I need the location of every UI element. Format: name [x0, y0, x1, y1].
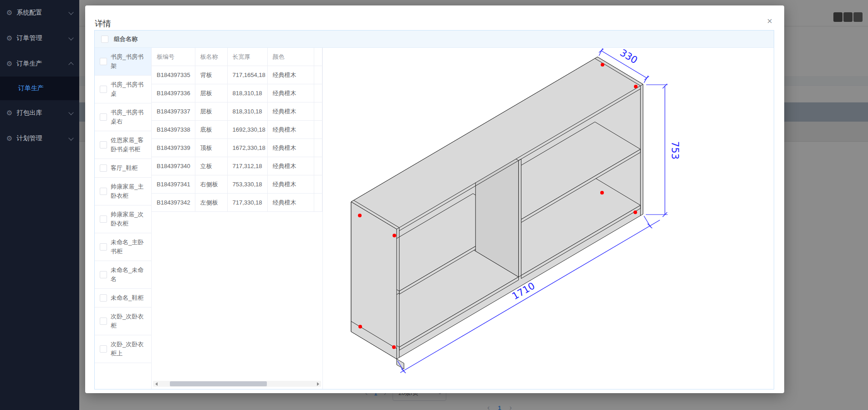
list-item[interactable]: 佐恩家居_客卧书桌书柜 [95, 131, 151, 159]
chevron-down-icon [68, 135, 73, 140]
list-item[interactable]: 书房_书房书桌右 [95, 103, 151, 131]
sidebar-item-label: 订单生产 [16, 60, 69, 68]
dot [633, 210, 637, 214]
sidebar-subitem-order-production-active[interactable]: 订单生产 [0, 77, 79, 100]
row-checkbox[interactable] [100, 243, 107, 251]
list-item[interactable]: 次卧_次卧衣柜上 [95, 335, 151, 363]
list-item[interactable]: 次卧_次卧衣柜 [95, 308, 151, 335]
list-item[interactable]: 未命名_主卧书柜 [95, 233, 151, 261]
combo-label: 书房_书房书架 [111, 52, 148, 71]
dot [600, 191, 604, 195]
list-item[interactable]: 未命名_未命名 [95, 261, 151, 289]
cabinet-body [351, 57, 643, 369]
dim-height-label: 753 [669, 141, 680, 159]
gear-icon: ⚙ [6, 109, 12, 117]
table-header-row: 板编号 板名称 长宽厚 颜色 [152, 48, 322, 66]
chevron-up-icon [68, 62, 73, 67]
table-row[interactable]: B184397341右侧板753,330,18经典檀木 [152, 175, 322, 194]
page-content-background: ‹ 1 › 20条/页 ‹ 1 › 详情 × ‹ 1 › 10条/页 组合名称 [79, 0, 868, 410]
sidebar: ⚙ 系统配置 ⚙ 订单管理 ⚙ 订单生产 订单生产 ⚙ 打包出库 ⚙ 计划管理 [0, 0, 79, 410]
dot [601, 63, 604, 67]
list-item[interactable]: 书房_书房书架 [95, 48, 151, 76]
panel-toolbar: 组合名称 [95, 31, 774, 48]
row-checkbox[interactable] [100, 86, 107, 93]
table-row[interactable]: B184397335背板717,1654,18经典檀木 [152, 66, 322, 84]
combo-label: 书房_书房书桌 [111, 80, 148, 98]
chevron-down-icon [68, 10, 73, 15]
combo-label: 次卧_次卧衣柜 [111, 312, 148, 330]
combo-label: 次卧_次卧衣柜上 [111, 340, 148, 358]
chevron-down-icon [68, 110, 73, 115]
combo-label: 未命名_主卧书柜 [111, 238, 148, 256]
row-checkbox[interactable] [100, 113, 107, 121]
combo-label: 未命名_未命名 [111, 266, 148, 284]
table-row[interactable]: B184397340立板717,312,18经典檀木 [152, 157, 322, 175]
gear-icon: ⚙ [6, 9, 12, 17]
sidebar-item-system-config[interactable]: ⚙ 系统配置 [0, 0, 79, 26]
column-header: 板编号 [152, 48, 195, 66]
board-table: 板编号 板名称 长宽厚 颜色 B184397335背板717,1654,18经典… [152, 48, 322, 212]
combo-label: 帅康家居_次卧衣柜 [111, 210, 148, 228]
row-checkbox[interactable] [100, 345, 107, 353]
list-item[interactable]: 客厅_鞋柜 [95, 159, 151, 178]
row-checkbox[interactable] [100, 164, 107, 172]
column-header-clipped [314, 48, 322, 66]
scroll-right-button[interactable] [315, 381, 321, 387]
combo-label: 帅康家居_主卧衣柜 [111, 182, 148, 200]
sidebar-item-label: 订单管理 [16, 34, 69, 42]
row-checkbox[interactable] [100, 188, 107, 195]
row-checkbox[interactable] [100, 215, 107, 223]
combo-label: 客厅_鞋柜 [111, 164, 138, 173]
sidebar-item-label: 打包出库 [16, 109, 69, 117]
details-modal: 详情 × ‹ 1 › 10条/页 组合名称 书房_书房书架 书房_书房书桌 书房… [85, 5, 784, 393]
dot [392, 345, 396, 349]
row-checkbox[interactable] [100, 141, 107, 149]
combo-label: 佐恩家居_客卧书桌书柜 [111, 136, 148, 154]
dot [358, 325, 362, 328]
horizontal-scrollbar[interactable] [153, 381, 321, 387]
combo-label: 书房_书房书桌右 [111, 108, 148, 126]
sidebar-subitem-label: 订单生产 [18, 84, 44, 92]
select-all-checkbox[interactable] [101, 36, 108, 43]
combo-label: 未命名_鞋柜 [111, 293, 143, 302]
table-row[interactable]: B184397336层板818,310,18经典檀木 [152, 84, 322, 102]
list-item[interactable]: 未命名_鞋柜 [95, 289, 151, 308]
table-row[interactable]: B184397342左侧板717,330,18经典檀木 [152, 194, 322, 212]
sidebar-item-label: 计划管理 [16, 134, 69, 143]
chevron-down-icon [68, 35, 73, 40]
dim-depth-label: 330 [618, 48, 639, 66]
details-panel: 组合名称 书房_书房书架 书房_书房书桌 书房_书房书桌右 佐恩家居_客卧书桌书… [94, 30, 774, 390]
sidebar-item-order-management[interactable]: ⚙ 订单管理 [0, 26, 79, 51]
modal-title: 详情 [95, 18, 111, 29]
table-row[interactable]: B184397339顶板1672,330,18经典檀木 [152, 139, 322, 157]
row-checkbox[interactable] [100, 271, 107, 278]
sidebar-item-packing-shipping[interactable]: ⚙ 打包出库 [0, 100, 79, 126]
board-table-container: 板编号 板名称 长宽厚 颜色 B184397335背板717,1654,18经典… [152, 48, 323, 389]
row-checkbox[interactable] [100, 58, 107, 65]
combo-list: 书房_书房书架 书房_书房书桌 书房_书房书桌右 佐恩家居_客卧书桌书柜 客厅_… [95, 48, 152, 389]
row-checkbox[interactable] [100, 294, 107, 302]
dot [358, 214, 362, 217]
column-header: 颜色 [267, 48, 314, 66]
triangle-right-icon [317, 382, 321, 386]
close-icon[interactable]: × [767, 16, 772, 26]
scrollbar-track[interactable] [159, 381, 315, 387]
list-item[interactable]: 帅康家居_次卧衣柜 [95, 205, 151, 233]
column-header: 长宽厚 [227, 48, 267, 66]
sidebar-item-plan-management[interactable]: ⚙ 计划管理 [0, 126, 79, 151]
triangle-left-icon [153, 382, 158, 386]
row-checkbox[interactable] [100, 318, 107, 325]
list-item[interactable]: 书房_书房书桌 [95, 76, 151, 103]
dot [634, 85, 638, 88]
column-header: 板名称 [195, 48, 227, 66]
table-row[interactable]: B184397338底板1692,330,18经典檀木 [152, 121, 322, 139]
table-row[interactable]: B184397337层板818,310,18经典檀木 [152, 102, 322, 121]
scroll-left-button[interactable] [153, 381, 159, 387]
sidebar-item-label: 系统配置 [16, 9, 69, 17]
scrollbar-thumb[interactable] [170, 381, 267, 386]
list-item[interactable]: 帅康家居_主卧衣柜 [95, 178, 151, 205]
combo-column-header: 组合名称 [114, 35, 138, 43]
gear-icon: ⚙ [6, 134, 12, 143]
sidebar-item-order-production[interactable]: ⚙ 订单生产 [0, 51, 79, 77]
cabinet-drawing: 330 753 1710 [323, 48, 774, 390]
